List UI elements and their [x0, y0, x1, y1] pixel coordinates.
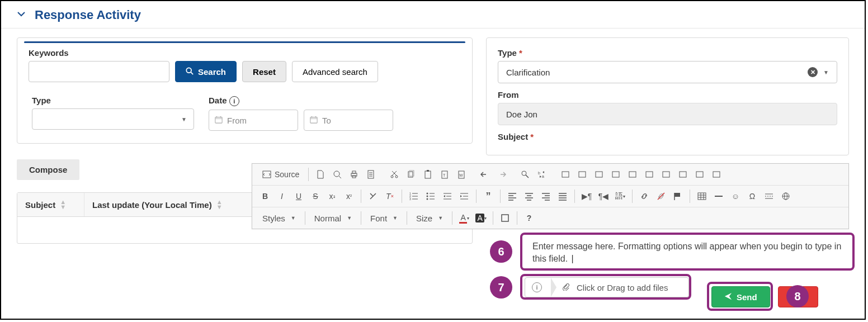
special-char-button[interactable]: Ω: [744, 188, 760, 204]
advanced-search-label: Advanced search: [303, 67, 367, 77]
hidden-field-icon[interactable]: [692, 167, 707, 182]
subscript-button[interactable]: x₂: [324, 188, 340, 204]
paste-text-icon[interactable]: T: [437, 167, 452, 182]
ltr-button[interactable]: ▶¶: [579, 188, 595, 204]
preview-icon[interactable]: [329, 167, 345, 182]
checkbox-icon[interactable]: [591, 167, 607, 182]
smiley-button[interactable]: ☺: [728, 188, 743, 204]
template-icon[interactable]: [363, 167, 379, 182]
superscript-button[interactable]: x²: [341, 188, 357, 204]
send-label: Send: [737, 292, 757, 302]
hr-button[interactable]: [711, 188, 727, 204]
indent-button[interactable]: [456, 188, 472, 204]
redo-icon[interactable]: [494, 167, 510, 182]
find-icon[interactable]: [517, 167, 533, 182]
bold-button[interactable]: B: [257, 188, 273, 204]
reset-button[interactable]: Reset: [242, 61, 286, 82]
date-from-input[interactable]: From: [209, 110, 298, 131]
format-dropdown[interactable]: Normal▼: [309, 210, 357, 226]
date-filter-label: Date i: [209, 96, 393, 106]
anchor-button[interactable]: [670, 188, 686, 204]
align-right-button[interactable]: [538, 188, 554, 204]
col-subject[interactable]: Subject ▲▼: [17, 193, 84, 216]
clear-icon[interactable]: ✕: [808, 67, 818, 77]
language-button[interactable]: 語▾: [612, 188, 628, 204]
info-icon[interactable]: i: [229, 96, 239, 106]
underline-button[interactable]: U: [291, 188, 306, 204]
type-select[interactable]: Clarification ✕ ▼: [498, 61, 837, 83]
size-dropdown[interactable]: Size▼: [411, 210, 449, 226]
separator: [308, 168, 309, 181]
cancel-button[interactable]: el: [778, 286, 819, 307]
ul-button[interactable]: [423, 188, 438, 204]
section-header[interactable]: Response Activity: [1, 1, 865, 29]
table-button[interactable]: [694, 188, 710, 204]
search-button[interactable]: Search: [175, 61, 237, 82]
compose-button[interactable]: Compose: [17, 159, 79, 180]
text-color-button[interactable]: A▾: [456, 210, 472, 226]
print-icon[interactable]: [346, 167, 362, 182]
align-center-button[interactable]: [521, 188, 537, 204]
align-left-button[interactable]: [504, 188, 520, 204]
undo-icon[interactable]: [477, 167, 493, 182]
size-label: Size: [416, 214, 432, 223]
paste-icon[interactable]: [420, 167, 436, 182]
col-subject-label: Subject: [25, 200, 55, 210]
blockquote-button[interactable]: ”: [480, 188, 496, 204]
page-break-button[interactable]: [761, 188, 777, 204]
svg-rect-36: [562, 172, 569, 177]
strike-button[interactable]: S: [308, 188, 323, 204]
textarea-icon[interactable]: [641, 167, 657, 182]
compose-panel: Type Clarification ✕ ▼ From Doe Jon Subj…: [486, 37, 849, 155]
col-last-update[interactable]: Last update (Your Local Time) ▲▼: [84, 193, 252, 216]
type-filter-select[interactable]: ▼: [32, 108, 194, 130]
replace-icon[interactable]: ba: [534, 167, 550, 182]
form-icon[interactable]: [558, 167, 573, 182]
caret-down-icon: ▼: [823, 69, 829, 75]
checkbox-list-icon[interactable]: [574, 167, 590, 182]
remove-format-button[interactable]: T×: [382, 188, 398, 204]
radio-icon[interactable]: [608, 167, 624, 182]
italic-button[interactable]: I: [274, 188, 290, 204]
paste-word-icon[interactable]: W: [454, 167, 469, 182]
separator: [452, 211, 452, 225]
advanced-search-button[interactable]: Advanced search: [292, 61, 378, 82]
rtl-button[interactable]: ¶◀: [596, 188, 611, 204]
maximize-button[interactable]: [497, 210, 513, 226]
image-field-icon[interactable]: [709, 167, 724, 182]
select-icon[interactable]: [658, 167, 674, 182]
source-label: Source: [275, 170, 299, 179]
ol-button[interactable]: 123: [406, 188, 422, 204]
cut-icon[interactable]: [386, 167, 402, 182]
search-button-label: Search: [198, 67, 226, 77]
button-field-icon[interactable]: [675, 167, 691, 182]
message-body[interactable]: Enter message here. Formatting options w…: [525, 236, 851, 268]
help-button[interactable]: ?: [521, 210, 537, 226]
unlink-button[interactable]: [653, 188, 669, 204]
date-to-input[interactable]: To: [304, 110, 393, 131]
keywords-input[interactable]: [29, 61, 169, 82]
send-button[interactable]: Send: [711, 286, 770, 307]
align-justify-button[interactable]: [555, 188, 570, 204]
info-icon[interactable]: i: [532, 282, 542, 292]
iframe-button[interactable]: [778, 188, 794, 204]
file-drop-zone[interactable]: i Click or Drag to add files: [525, 277, 689, 297]
svg-rect-42: [663, 172, 669, 177]
styles-dropdown[interactable]: Styles▼: [257, 210, 301, 226]
font-dropdown[interactable]: Font▼: [365, 210, 403, 226]
separator: [361, 211, 361, 225]
text-field-icon[interactable]: [625, 167, 640, 182]
source-button[interactable]: Source: [257, 167, 304, 182]
clear-format-button[interactable]: [365, 188, 381, 204]
new-page-icon[interactable]: [313, 167, 328, 182]
date-inputs: From To: [209, 110, 393, 131]
copy-icon[interactable]: [403, 167, 419, 182]
date-filter-group: Date i From: [209, 96, 393, 131]
svg-line-33: [526, 175, 529, 178]
outdent-button[interactable]: [440, 188, 455, 204]
from-field: Doe Jon: [498, 103, 837, 125]
link-button[interactable]: [636, 188, 652, 204]
bg-color-button[interactable]: A▾: [473, 210, 489, 226]
rte-row-2: B I U S x₂ x² T× 123 ” ▶¶ ¶◀ 語▾: [252, 186, 848, 207]
rte-row-1: Source TWba: [252, 164, 848, 186]
